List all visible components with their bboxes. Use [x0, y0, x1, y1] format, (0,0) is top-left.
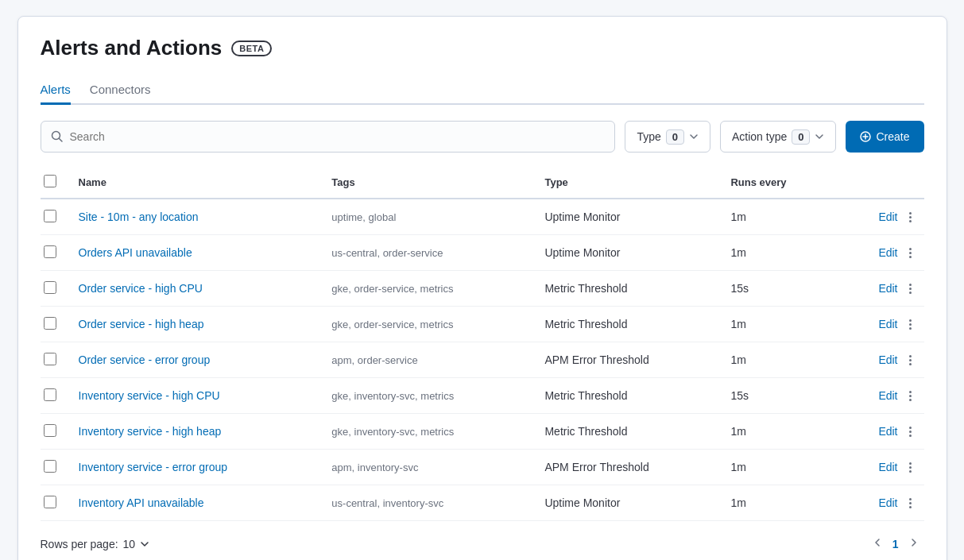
more-button-0[interactable] — [906, 210, 915, 224]
row-name-cell: Order service - high heap — [69, 307, 323, 342]
more-button-5[interactable] — [906, 389, 915, 403]
row-actions-cell: Edit — [834, 307, 923, 342]
more-button-3[interactable] — [906, 318, 915, 331]
row-tags-cell: us-central, order-service — [322, 235, 535, 271]
next-page-button[interactable] — [904, 534, 924, 554]
edit-button-6[interactable]: Edit — [873, 423, 902, 439]
row-checkbox-7[interactable] — [44, 460, 56, 473]
action-type-filter-label: Action type — [732, 130, 787, 143]
row-type-cell: Metric Threshold — [535, 307, 721, 342]
svg-line-1 — [59, 139, 62, 142]
rows-per-page[interactable]: Rows per page: 10 — [41, 538, 150, 550]
col-runs-every: Runs every — [721, 167, 834, 199]
row-tags-cell: gke, inventory-svc, metrics — [322, 378, 535, 414]
more-button-6[interactable] — [906, 425, 915, 438]
rows-chevron-icon — [140, 539, 149, 549]
more-button-8[interactable] — [906, 496, 915, 510]
more-button-7[interactable] — [906, 461, 915, 474]
more-button-2[interactable] — [906, 282, 915, 295]
row-name-link-1[interactable]: Orders API unavailable — [79, 246, 192, 259]
row-name-link-8[interactable]: Inventory API unavailable — [79, 496, 204, 509]
action-type-filter-count: 0 — [792, 129, 810, 145]
search-wrap — [41, 121, 616, 153]
chevron-down-icon — [689, 132, 699, 141]
tab-connectors[interactable]: Connectors — [90, 76, 151, 105]
row-checkbox-cell — [41, 199, 69, 235]
search-input[interactable] — [70, 130, 606, 143]
table-row: Order service - high CPU gke, order-serv… — [41, 271, 924, 307]
row-runs-cell: 1m — [721, 414, 834, 450]
row-name-link-2[interactable]: Order service - high CPU — [79, 282, 203, 295]
row-checkbox-cell — [41, 485, 69, 521]
edit-button-3[interactable]: Edit — [873, 316, 902, 332]
toolbar: Type 0 Action type 0 Create — [41, 121, 924, 153]
chevron-right-icon — [908, 537, 919, 548]
pagination: Rows per page: 10 1 — [41, 534, 924, 554]
col-tags: Tags — [322, 167, 535, 199]
row-tags-cell: gke, inventory-svc, metrics — [322, 414, 535, 450]
row-checkbox-cell — [41, 235, 69, 271]
prev-page-button[interactable] — [867, 534, 888, 554]
row-name-link-0[interactable]: Site - 10m - any location — [79, 210, 199, 223]
plus-icon — [860, 131, 871, 142]
row-actions-cell: Edit — [834, 450, 923, 485]
select-all-checkbox[interactable] — [44, 175, 56, 187]
rows-per-page-value: 10 — [123, 538, 136, 550]
row-tags-cell: gke, order-service, metrics — [322, 271, 535, 307]
type-filter-count: 0 — [666, 129, 684, 145]
row-name-link-7[interactable]: Inventory service - error group — [79, 461, 228, 473]
page-navigation: 1 — [867, 534, 924, 554]
table-row: Orders API unavailable us-central, order… — [41, 235, 924, 271]
table-row: Inventory service - high heap gke, inven… — [41, 414, 924, 450]
row-checkbox-0[interactable] — [44, 210, 56, 222]
row-name-cell: Inventory service - error group — [69, 450, 323, 485]
row-checkbox-1[interactable] — [44, 245, 56, 258]
row-runs-cell: 1m — [721, 342, 834, 378]
edit-button-8[interactable]: Edit — [873, 495, 902, 511]
action-type-filter-button[interactable]: Action type 0 — [720, 121, 837, 153]
row-actions-cell: Edit — [834, 485, 923, 521]
row-actions-cell: Edit — [834, 199, 923, 235]
edit-button-0[interactable]: Edit — [873, 209, 902, 225]
tab-alerts[interactable]: Alerts — [41, 76, 71, 105]
row-name-link-5[interactable]: Inventory service - high CPU — [79, 389, 220, 402]
row-checkbox-cell — [41, 450, 69, 485]
row-type-cell: Uptime Monitor — [535, 235, 721, 271]
row-tags-cell: uptime, global — [322, 199, 535, 235]
row-type-cell: APM Error Threshold — [535, 450, 721, 485]
row-type-cell: Metric Threshold — [535, 378, 721, 414]
row-checkbox-8[interactable] — [44, 496, 56, 508]
row-checkbox-3[interactable] — [44, 317, 56, 330]
table-row: Order service - error group apm, order-s… — [41, 342, 924, 378]
row-name-cell: Site - 10m - any location — [69, 199, 323, 235]
row-name-cell: Inventory service - high heap — [69, 414, 323, 450]
page-title: Alerts and Actions — [41, 36, 223, 60]
row-checkbox-4[interactable] — [44, 353, 56, 365]
row-checkbox-2[interactable] — [44, 281, 56, 294]
row-checkbox-6[interactable] — [44, 424, 56, 437]
edit-button-7[interactable]: Edit — [873, 459, 902, 475]
table-row: Inventory service - high CPU gke, invent… — [41, 378, 924, 414]
row-name-link-3[interactable]: Order service - high heap — [79, 318, 204, 330]
edit-button-1[interactable]: Edit — [873, 245, 902, 261]
more-button-4[interactable] — [906, 353, 915, 367]
search-icon — [51, 130, 64, 143]
row-runs-cell: 1m — [721, 235, 834, 271]
row-type-cell: APM Error Threshold — [535, 342, 721, 378]
edit-button-5[interactable]: Edit — [873, 388, 902, 404]
row-name-link-4[interactable]: Order service - error group — [79, 353, 211, 366]
row-checkbox-5[interactable] — [44, 388, 56, 401]
row-checkbox-cell — [41, 414, 69, 450]
row-runs-cell: 1m — [721, 307, 834, 342]
table-row: Site - 10m - any location uptime, global… — [41, 199, 924, 235]
row-actions-cell: Edit — [834, 342, 923, 378]
create-button[interactable]: Create — [846, 121, 923, 153]
more-button-1[interactable] — [906, 246, 915, 260]
type-filter-button[interactable]: Type 0 — [625, 121, 710, 153]
edit-button-2[interactable]: Edit — [873, 280, 902, 296]
row-name-link-6[interactable]: Inventory service - high heap — [79, 425, 222, 438]
alerts-table: Name Tags Type Runs every Site - 10m - a… — [41, 167, 924, 521]
row-tags-cell: apm, order-service — [322, 342, 535, 378]
edit-button-4[interactable]: Edit — [873, 352, 902, 368]
col-type: Type — [535, 167, 721, 199]
